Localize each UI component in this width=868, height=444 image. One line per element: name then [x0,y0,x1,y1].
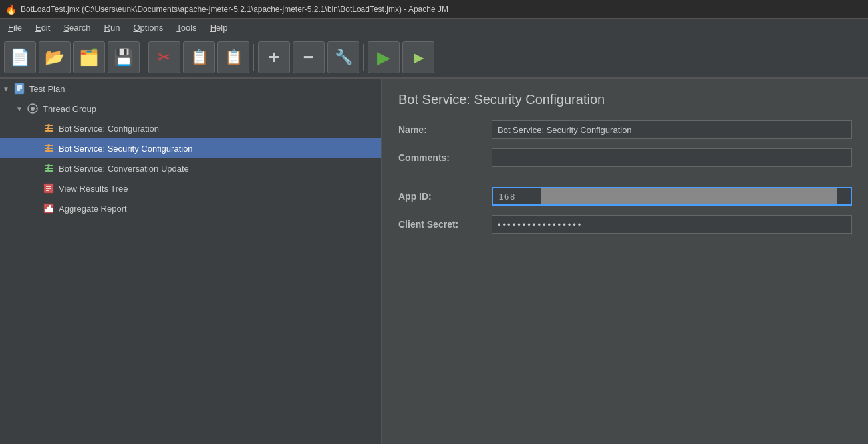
svg-point-34 [47,164,50,167]
tree-arrow-thread-group: ▼ [16,105,23,112]
bot-conversation-label: Bot Service: Conversation Update [59,164,189,174]
name-input[interactable] [492,120,852,139]
aggregate-label: Aggregate Report [59,204,127,214]
open-button[interactable]: 📂 [39,41,71,73]
form-spacer [398,176,852,187]
left-panel: ▼ Test Plan ▼ [0,79,382,444]
tree-item-view-results[interactable]: View Results Tree [0,178,381,198]
svg-point-36 [49,170,52,172]
tree-item-bot-security[interactable]: Bot Service: Security Configuration [0,138,381,158]
svg-rect-43 [47,207,49,212]
secret-label: Client Secret: [398,219,492,230]
menu-options[interactable]: Options [128,21,168,35]
minus-icon: − [303,47,314,68]
new-icon: 📄 [10,48,30,67]
security-config-icon [42,142,55,155]
secret-input[interactable] [492,215,852,234]
thread-group-label: Thread Group [43,104,96,114]
cut-icon: ✂ [158,48,171,67]
title-bar: 🔥 BotLoadTest.jmx (C:\Users\eunk\Documen… [0,0,868,19]
title-text: BotLoadTest.jmx (C:\Users\eunk\Documents… [21,5,448,14]
testplan-icon [13,82,26,95]
svg-point-18 [49,130,52,132]
name-row: Name: [398,120,852,139]
form-table: Name: Comments: App ID: Client Secret: [398,120,852,234]
save-as-button[interactable]: 🗂️ [73,41,105,73]
conversation-icon [42,162,55,175]
appid-row: App ID: [398,187,852,206]
svg-rect-42 [45,209,47,212]
paste-button[interactable]: 📋 [217,41,249,73]
open-icon: 📂 [45,48,65,67]
aggregate-icon [42,202,55,215]
add-button[interactable]: + [258,41,290,73]
name-label: Name: [398,124,492,135]
bot-config-label: Bot Service: Configuration [59,124,159,134]
view-results-label: View Results Tree [59,184,128,194]
tree-item-test-plan[interactable]: ▼ Test Plan [0,79,381,99]
svg-point-17 [47,127,49,130]
cut-button[interactable]: ✂ [148,41,180,73]
svg-point-26 [47,147,49,150]
svg-point-35 [47,167,49,170]
config-icon [42,122,55,135]
menu-run[interactable]: Run [99,21,126,35]
svg-rect-0 [15,83,24,94]
comments-label: Comments: [398,152,492,163]
remove-button[interactable]: − [293,41,325,73]
run-icon: ▶ [377,47,390,68]
menu-help[interactable]: Help [205,21,233,35]
toolbar: 📄 📂 🗂️ 💾 ✂ 📋 📋 + − 🔧 ▶ ▶ [0,37,868,79]
svg-rect-45 [51,208,53,212]
tree-arrow-test-plan: ▼ [3,85,9,93]
toolbar-sep-3 [363,44,364,71]
appid-input[interactable] [492,187,852,206]
paste-icon: 📋 [225,49,243,66]
test-plan-label: Test Plan [29,84,65,94]
svg-rect-44 [49,205,51,212]
results-icon [42,182,55,195]
app-icon: 🔥 [5,4,17,15]
threadgroup-icon [26,102,39,115]
menu-tools[interactable]: Tools [171,21,202,35]
menu-edit[interactable]: Edit [30,21,55,35]
right-panel: Bot Service: Security Configuration Name… [382,79,868,444]
tree-item-thread-group[interactable]: ▼ Thread Group [0,99,381,118]
save-button[interactable]: 💾 [108,41,140,73]
svg-point-27 [49,150,52,152]
menu-search[interactable]: Search [58,21,96,35]
svg-point-16 [47,124,50,127]
tree-item-aggregate[interactable]: Aggregate Report [0,198,381,218]
appid-label: App ID: [398,191,492,202]
run-small-button[interactable]: ▶ [402,41,434,73]
run-small-icon: ▶ [414,49,424,65]
main-layout: ▼ Test Plan ▼ [0,79,868,444]
comments-input[interactable] [492,148,852,167]
menu-bar: File Edit Search Run Options Tools Help [0,19,868,37]
comments-row: Comments: [398,148,852,167]
panel-title: Bot Service: Security Configuration [398,92,852,107]
configure-icon: 🔧 [335,49,353,66]
new-button[interactable]: 📄 [4,41,36,73]
svg-point-25 [47,144,50,147]
tree-item-bot-config[interactable]: Bot Service: Configuration [0,118,381,138]
toolbar-sep-2 [253,44,254,71]
toolbar-sep-1 [144,44,144,71]
save-icon: 💾 [114,48,134,67]
secret-row: Client Secret: [398,215,852,234]
run-button[interactable]: ▶ [368,41,400,73]
menu-file[interactable]: File [3,21,27,35]
save-as-icon: 🗂️ [79,48,99,67]
copy-icon: 📋 [190,49,208,66]
bot-security-label: Bot Service: Security Configuration [59,144,193,154]
plus-icon: + [269,47,279,68]
configure-button[interactable]: 🔧 [327,41,359,73]
tree-item-bot-conversation[interactable]: Bot Service: Conversation Update [0,158,381,178]
svg-point-5 [31,107,35,111]
copy-button[interactable]: 📋 [183,41,215,73]
